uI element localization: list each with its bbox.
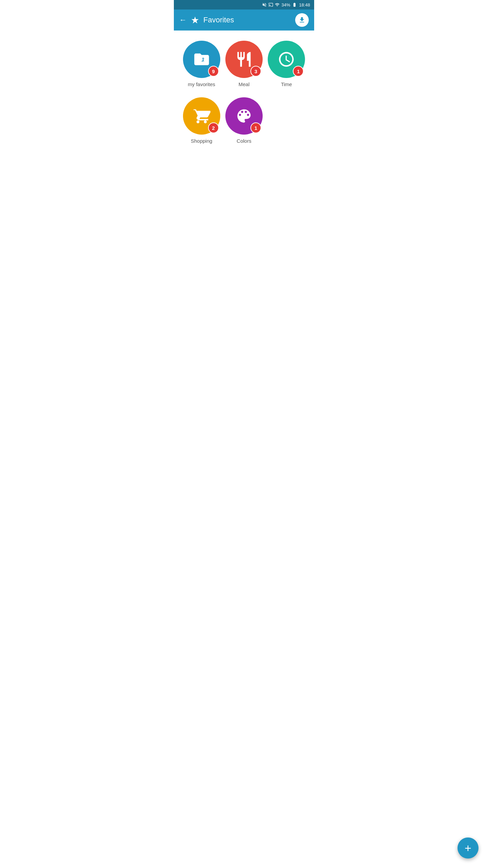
star-icon: ★ — [191, 15, 199, 26]
label-time: Time — [281, 81, 292, 87]
category-row-1: 9 my favorites 3 Meal — [182, 41, 306, 87]
battery-icon — [292, 2, 297, 7]
app-bar: ← ★ Favorites — [174, 9, 314, 31]
app-bar-left: ← ★ Favorites — [179, 15, 234, 26]
label-my-favorites: my favorites — [188, 81, 215, 87]
category-item-colors[interactable]: 1 Colors — [224, 97, 263, 144]
download-icon — [298, 16, 306, 24]
clock-icon — [278, 51, 295, 68]
label-meal: Meal — [239, 81, 250, 87]
category-item-time[interactable]: 1 Time — [267, 41, 306, 87]
status-bar: 34% 18:48 — [174, 0, 314, 9]
page-title: Favorites — [203, 16, 234, 24]
status-icons: 34% 18:48 — [262, 2, 310, 7]
category-item-shopping[interactable]: 2 Shopping — [182, 97, 221, 144]
badge-shopping: 2 — [208, 122, 219, 133]
badge-time: 1 — [293, 66, 304, 77]
label-colors: Colors — [237, 138, 251, 144]
badge-meal: 3 — [250, 66, 261, 77]
mute-icon — [262, 2, 267, 7]
badge-colors: 1 — [250, 122, 261, 133]
label-shopping: Shopping — [191, 138, 212, 144]
back-button[interactable]: ← — [179, 16, 187, 24]
content-area: 9 my favorites 3 Meal — [174, 31, 314, 164]
folder-star-icon — [193, 51, 210, 68]
battery-percent: 34% — [281, 2, 290, 7]
badge-my-favorites: 9 — [208, 66, 219, 77]
circle-wrapper-my-favorites: 9 — [183, 41, 220, 78]
signal-icon — [275, 2, 280, 7]
time: 18:48 — [299, 2, 310, 7]
palette-icon — [235, 107, 253, 125]
cart-icon — [193, 107, 210, 125]
circle-wrapper-time: 1 — [268, 41, 305, 78]
cast-icon — [268, 2, 273, 7]
utensils-icon — [235, 51, 253, 68]
category-item-my-favorites[interactable]: 9 my favorites — [182, 41, 221, 87]
category-row-2: 2 Shopping 1 Colors — [182, 97, 306, 144]
circle-wrapper-colors: 1 — [225, 97, 263, 135]
circle-wrapper-shopping: 2 — [183, 97, 220, 135]
circle-wrapper-meal: 3 — [225, 41, 263, 78]
category-item-meal[interactable]: 3 Meal — [224, 41, 263, 87]
download-button[interactable] — [295, 13, 309, 27]
